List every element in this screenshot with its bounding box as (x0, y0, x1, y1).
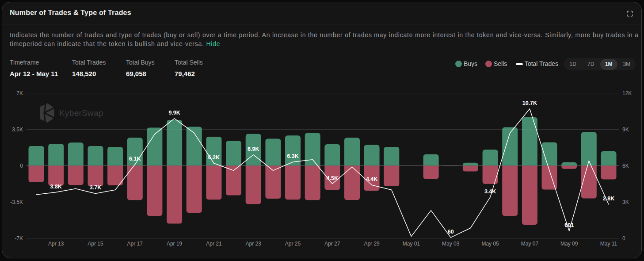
svg-text:9K: 9K (622, 127, 629, 133)
svg-text:6.2K: 6.2K (208, 154, 220, 161)
svg-text:May 03: May 03 (442, 241, 460, 247)
svg-text:6K: 6K (622, 163, 629, 169)
svg-text:May 01: May 01 (403, 241, 420, 247)
svg-text:9.9K: 9.9K (168, 110, 180, 116)
svg-text:-7K: -7K (15, 235, 23, 242)
svg-text:0: 0 (622, 235, 625, 242)
svg-text:3K: 3K (622, 199, 629, 205)
svg-text:6.9K: 6.9K (248, 146, 259, 152)
svg-text:Apr 13: Apr 13 (48, 241, 64, 247)
svg-text:3.5K: 3.5K (12, 127, 23, 133)
svg-text:0: 0 (20, 163, 23, 169)
svg-text:Apr 21: Apr 21 (206, 241, 222, 247)
svg-text:Apr 29: Apr 29 (364, 241, 380, 247)
svg-text:Apr 17: Apr 17 (127, 241, 143, 247)
svg-text:601: 601 (564, 222, 574, 228)
svg-text:May 05: May 05 (481, 241, 499, 247)
svg-text:Apr 25: Apr 25 (285, 241, 301, 247)
svg-text:3.4K: 3.4K (484, 188, 496, 195)
svg-text:-3.5K: -3.5K (10, 199, 23, 205)
svg-text:May 11: May 11 (600, 241, 617, 247)
svg-text:Apr 19: Apr 19 (167, 241, 183, 247)
svg-text:12K: 12K (622, 90, 632, 96)
svg-text:Apr 15: Apr 15 (88, 241, 103, 247)
svg-text:10.7K: 10.7K (522, 100, 537, 106)
svg-text:2.8K: 2.8K (603, 196, 614, 202)
svg-text:May 07: May 07 (521, 241, 539, 247)
svg-text:Apr 27: Apr 27 (324, 241, 340, 247)
svg-text:3.7K: 3.7K (90, 184, 101, 191)
svg-text:Apr 23: Apr 23 (246, 241, 262, 247)
svg-text:7K: 7K (16, 90, 23, 96)
svg-text:4.4K: 4.4K (366, 176, 377, 182)
svg-text:3.8K: 3.8K (50, 184, 61, 190)
svg-text:4.5K: 4.5K (327, 175, 338, 181)
svg-text:6.1K: 6.1K (129, 156, 141, 162)
svg-text:60: 60 (448, 229, 454, 235)
svg-text:6.3K: 6.3K (287, 153, 298, 159)
svg-text:May 09: May 09 (560, 241, 578, 247)
svg-text:KyberSwap: KyberSwap (59, 108, 103, 118)
